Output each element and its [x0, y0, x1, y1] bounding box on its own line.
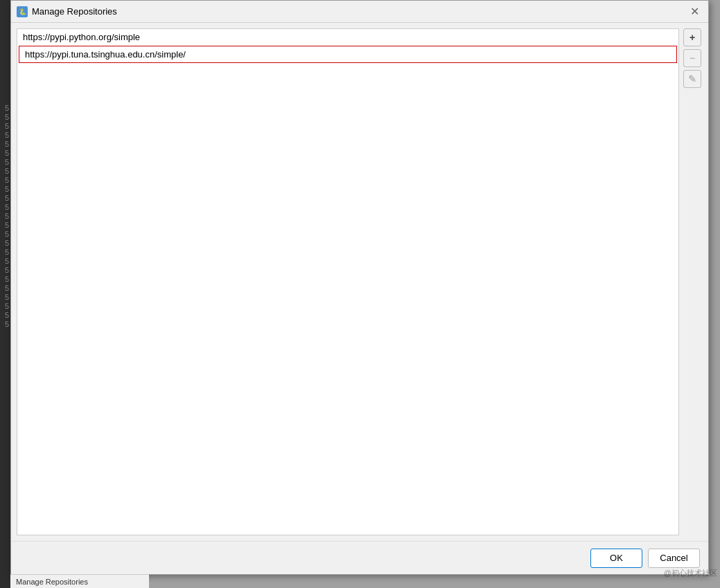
- remove-repository-button[interactable]: −: [683, 49, 701, 67]
- ok-button[interactable]: OK: [590, 549, 642, 568]
- taskbar-label: Manage Repositories: [10, 574, 149, 588]
- dialog-icon-letter: 🐍: [19, 8, 26, 15]
- manage-repositories-dialog: 🐍 Manage Repositories ✕ https://pypi.pyt…: [10, 0, 709, 575]
- edit-repository-button[interactable]: ✎: [683, 70, 701, 88]
- watermark: @初心技术社区: [664, 568, 717, 578]
- side-action-buttons: + − ✎: [682, 28, 703, 535]
- repository-list[interactable]: https://pypi.python.org/simple https://p…: [17, 28, 679, 535]
- dialog-footer: OK Cancel: [11, 541, 708, 574]
- cancel-button[interactable]: Cancel: [648, 549, 700, 568]
- dialog-content: https://pypi.python.org/simple https://p…: [11, 23, 708, 541]
- add-repository-button[interactable]: +: [683, 28, 701, 46]
- list-item-selected[interactable]: https://pypi.tuna.tsinghua.edu.cn/simple…: [19, 46, 677, 63]
- dialog-title: Manage Repositories: [32, 6, 117, 17]
- dialog-icon: 🐍: [17, 6, 28, 17]
- title-bar: 🐍 Manage Repositories ✕: [11, 1, 708, 23]
- list-item[interactable]: https://pypi.python.org/simple: [17, 29, 678, 45]
- title-bar-left: 🐍 Manage Repositories: [17, 6, 117, 17]
- taskbar-text: Manage Repositories: [16, 578, 88, 586]
- close-button[interactable]: ✕: [686, 3, 703, 20]
